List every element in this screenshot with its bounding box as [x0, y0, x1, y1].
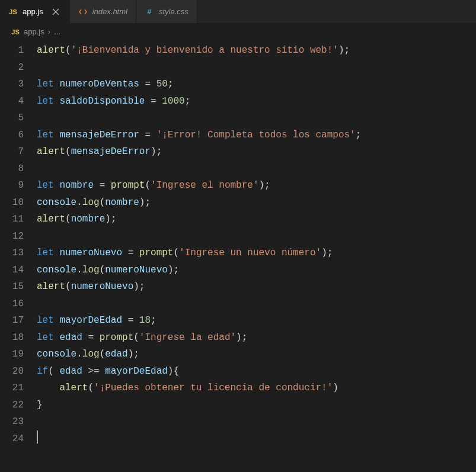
- code-token: (: [100, 349, 106, 359]
- breadcrumb-ellipsis: ...: [54, 27, 60, 36]
- code-token: edad: [59, 332, 82, 343]
- javascript-icon: JS: [8, 7, 18, 17]
- code-token: =: [139, 79, 156, 89]
- code-token: saldoDisponible: [59, 96, 145, 107]
- code-line[interactable]: if( edad >= mayorDeEdad){: [37, 363, 361, 380]
- code-token: .: [76, 265, 82, 275]
- code-token: 18: [139, 315, 151, 326]
- line-number: 2: [0, 59, 24, 76]
- tab-stylecss[interactable]: # style.css: [136, 0, 197, 23]
- code-line[interactable]: [37, 110, 361, 127]
- tab-indexhtml[interactable]: index.html: [70, 0, 136, 23]
- code-token: =: [145, 96, 162, 107]
- code-token: log: [82, 197, 100, 208]
- code-line[interactable]: alert(numeroNuevo);: [37, 278, 361, 296]
- code-token: let: [37, 130, 54, 140]
- javascript-icon: JS: [11, 28, 20, 36]
- breadcrumb[interactable]: JS app.js › ...: [0, 24, 476, 40]
- code-line[interactable]: let mayorDeEdad = 18;: [37, 312, 361, 329]
- line-number: 11: [0, 211, 24, 228]
- code-token: (: [65, 281, 71, 292]
- code-token: (: [65, 45, 71, 56]
- code-token: (: [65, 214, 71, 224]
- code-token: >=: [82, 366, 105, 377]
- code-token: ;: [185, 96, 191, 107]
- code-line[interactable]: let edad = prompt('Ingrese la edad');: [37, 329, 361, 346]
- code-line[interactable]: let mensajeDeError = '¡Error! Completa t…: [37, 127, 361, 144]
- code-line[interactable]: let saldoDisponible = 1000;: [37, 93, 361, 110]
- code-token: numeroDeVentas: [59, 79, 139, 89]
- close-icon[interactable]: [50, 7, 61, 17]
- line-number: 18: [0, 329, 24, 346]
- code-token: nombre: [59, 180, 94, 191]
- code-token: mensajeDeError: [71, 146, 151, 157]
- chevron-right-icon: ›: [48, 27, 50, 36]
- code-token: (: [100, 197, 106, 208]
- code-line[interactable]: alert('¡Puedes obtener tu licencia de co…: [37, 380, 361, 397]
- code-line[interactable]: alert(mensajeDeError);: [37, 143, 361, 160]
- code-token: mensajeDeError: [59, 130, 139, 140]
- line-number-gutter: 123456789101112131415161718192021222324: [0, 40, 37, 447]
- code-token: console: [37, 349, 76, 359]
- code-token: prompt: [100, 332, 134, 343]
- code-token: .: [76, 197, 82, 208]
- code-token: numeroNuevo: [59, 248, 122, 258]
- code-line[interactable]: let numeroDeVentas = 50;: [37, 76, 361, 93]
- code-token: nombre: [105, 197, 139, 208]
- code-token: [54, 315, 60, 326]
- code-line[interactable]: [37, 160, 361, 178]
- code-line[interactable]: [37, 228, 361, 245]
- code-token: let: [37, 332, 54, 343]
- code-editor[interactable]: 123456789101112131415161718192021222324 …: [0, 40, 476, 447]
- code-token: nombre: [71, 214, 106, 224]
- code-token: prompt: [139, 248, 174, 258]
- line-number: 5: [0, 110, 24, 127]
- code-token: let: [37, 180, 54, 191]
- tab-label: index.html: [92, 7, 127, 16]
- code-token: 50: [156, 79, 168, 89]
- code-line[interactable]: let nombre = prompt('Ingrese el nombre')…: [37, 177, 361, 194]
- code-token: mayorDeEdad: [59, 315, 122, 326]
- code-token: =: [139, 130, 156, 140]
- code-token: if: [37, 366, 48, 377]
- code-line[interactable]: [37, 59, 361, 76]
- code-line[interactable]: [37, 413, 361, 431]
- code-token: log: [82, 265, 100, 275]
- code-token: alert: [59, 383, 88, 393]
- code-token: ;: [151, 315, 156, 326]
- code-line[interactable]: }: [37, 397, 361, 414]
- line-number: 6: [0, 127, 24, 144]
- code-line[interactable]: alert(nombre);: [37, 211, 361, 228]
- code-token: [54, 248, 60, 258]
- html-icon: [78, 7, 88, 17]
- line-number: 8: [0, 160, 24, 178]
- code-area[interactable]: alert('¡Bienvenida y bienvenido a nuestr…: [37, 40, 361, 447]
- code-line[interactable]: [37, 296, 361, 313]
- line-number: 19: [0, 346, 24, 363]
- css-icon: #: [145, 7, 154, 17]
- code-token: =: [122, 248, 139, 258]
- code-line[interactable]: console.log(edad);: [37, 346, 361, 363]
- code-line[interactable]: let numeroNuevo = prompt('Ingrese un nue…: [37, 245, 361, 262]
- code-token: );: [259, 180, 270, 191]
- code-token: ){: [168, 366, 179, 377]
- code-token: let: [37, 315, 54, 326]
- code-token: (: [173, 248, 179, 258]
- code-line[interactable]: console.log(numeroNuevo);: [37, 262, 361, 279]
- code-token: );: [338, 45, 350, 56]
- code-token: =: [122, 315, 139, 326]
- code-token: let: [37, 248, 54, 258]
- code-token: 'Ingrese un nuevo número': [179, 248, 321, 258]
- line-number: 15: [0, 278, 24, 296]
- code-token: edad: [105, 349, 127, 359]
- code-line[interactable]: console.log(nombre);: [37, 194, 361, 211]
- tab-appjs[interactable]: JS app.js: [0, 0, 70, 23]
- code-token: =: [82, 332, 100, 343]
- code-line[interactable]: alert('¡Bienvenida y bienvenido a nuestr…: [37, 42, 361, 59]
- code-line[interactable]: [37, 431, 361, 448]
- code-token: );: [133, 281, 145, 292]
- code-token: '¡Bienvenida y bienvenido a nuestro siti…: [71, 45, 338, 56]
- code-token: [54, 332, 60, 343]
- line-number: 9: [0, 177, 24, 194]
- code-token: [54, 96, 60, 107]
